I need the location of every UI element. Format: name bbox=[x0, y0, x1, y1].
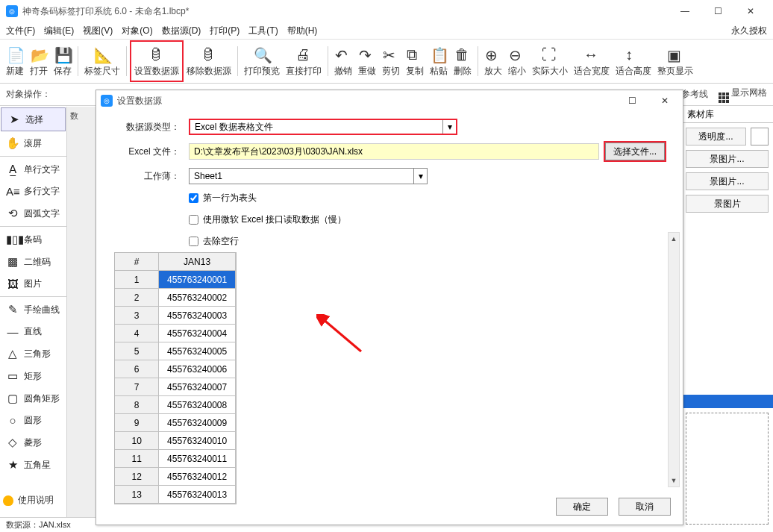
toolbar-移除数据源[interactable]: 🛢移除数据源 bbox=[184, 40, 234, 82]
type-label: 数据源类型： bbox=[114, 121, 189, 134]
dialog-title: 设置数据源 bbox=[117, 95, 162, 107]
title-bar: ◎ 神奇条码标签打印系统 6.0 - 未命名1.lbcp* — ☐ ✕ bbox=[0, 0, 773, 22]
toolbar-缩小[interactable]: ⊖缩小 bbox=[505, 40, 529, 82]
toolbar-撤销[interactable]: ↶撤销 bbox=[331, 40, 355, 82]
tool-五角星[interactable]: ★五角星 bbox=[0, 454, 66, 476]
tool-矩形[interactable]: ▭矩形 bbox=[0, 365, 66, 387]
menu-item[interactable]: 文件(F) bbox=[6, 25, 35, 37]
file-path-display: D:\文章发布平台\2023\03月\0303\JAN.xlsx bbox=[189, 143, 599, 160]
table-row[interactable]: 10455763240010 bbox=[115, 432, 236, 450]
table-row[interactable]: 4455763240004 bbox=[115, 325, 236, 342]
tool-条码[interactable]: ▮▯▮条码 bbox=[0, 228, 66, 251]
blue-divider bbox=[681, 395, 773, 408]
status-bar: 数据源：JAN.xlsx bbox=[0, 517, 97, 532]
tool-图片[interactable]: 🖼图片 bbox=[0, 273, 66, 295]
tool-多行文字[interactable]: A≡多行文字 bbox=[0, 181, 66, 202]
table-row[interactable]: 3455763240003 bbox=[115, 307, 236, 325]
dialog-icon: ◎ bbox=[101, 95, 113, 107]
menu-item[interactable]: 数据源(D) bbox=[162, 25, 201, 37]
toolbar-实际大小[interactable]: ⛶实际大小 bbox=[529, 40, 571, 82]
right-tab[interactable]: 素材库 bbox=[681, 107, 773, 123]
color-swatch[interactable] bbox=[751, 128, 769, 145]
tool-选择[interactable]: ➤选择 bbox=[1, 107, 66, 131]
strip-blank-check[interactable]: 去除空行 bbox=[189, 235, 239, 248]
toolbar-打开[interactable]: 📂打开 bbox=[27, 40, 51, 82]
tool-三角形[interactable]: △三角形 bbox=[0, 342, 66, 365]
tool-手绘曲线[interactable]: ✎手绘曲线 bbox=[0, 298, 66, 321]
close-button[interactable]: ✕ bbox=[734, 0, 767, 22]
bg-image-button-2[interactable]: 景图片... bbox=[686, 172, 769, 190]
table-row[interactable]: 1455763240001 bbox=[115, 271, 236, 289]
menu-item[interactable]: 视图(V) bbox=[83, 25, 113, 37]
tool-单行文字[interactable]: A̲单行文字 bbox=[0, 158, 66, 181]
minimize-button[interactable]: — bbox=[669, 0, 701, 22]
dialog-scrollbar[interactable]: ▲ ▼ bbox=[668, 232, 680, 487]
table-row[interactable]: 2455763240002 bbox=[115, 289, 236, 307]
menu-item[interactable]: 工具(T) bbox=[248, 25, 278, 37]
sheet-label: 工作薄： bbox=[114, 170, 189, 183]
toolbar-直接打印[interactable]: 🖨直接打印 bbox=[283, 40, 325, 82]
tool-直线[interactable]: —直线 bbox=[0, 321, 66, 342]
main-toolbar: 📄新建📂打开💾保存📐标签尺寸🛢设置数据源🛢移除数据源🔍打印预览🖨直接打印↶撤销↷… bbox=[0, 39, 773, 84]
dialog-maximize[interactable]: ☐ bbox=[619, 96, 645, 106]
toolbar-放大[interactable]: ⊕放大 bbox=[481, 40, 505, 82]
grid-toggle[interactable]: 显示网格 bbox=[719, 87, 767, 103]
table-row[interactable]: 12455763240012 bbox=[115, 468, 236, 486]
toolbar-复制[interactable]: ⧉复制 bbox=[403, 40, 427, 82]
toolbar-粘贴[interactable]: 📋粘贴 bbox=[427, 40, 451, 82]
table-row[interactable]: 8455763240008 bbox=[115, 396, 236, 414]
toolbar-重做[interactable]: ↷重做 bbox=[355, 40, 379, 82]
tool-圆形[interactable]: ○圆形 bbox=[0, 410, 66, 431]
menu-item[interactable]: 帮助(H) bbox=[287, 25, 318, 37]
dropdown-arrow-icon: ▾ bbox=[413, 169, 427, 184]
header-row-check[interactable]: 第一行为表头 bbox=[189, 192, 257, 204]
bg-image-button-1[interactable]: 景图片... bbox=[686, 150, 769, 168]
scroll-up-icon[interactable]: ▲ bbox=[669, 233, 679, 245]
maximize-button[interactable]: ☐ bbox=[701, 0, 734, 22]
tool-圆角矩形[interactable]: ▢圆角矩形 bbox=[0, 387, 66, 410]
tool-滚屏[interactable]: ✋滚屏 bbox=[0, 132, 66, 154]
right-panel: 素材库 透明度... 景图片... 景图片... 景图片 bbox=[680, 107, 773, 517]
ms-excel-check[interactable]: 使用微软 Excel 接口读取数据（慢） bbox=[189, 213, 346, 226]
table-row[interactable]: 13455763240013 bbox=[115, 486, 236, 504]
menu-item[interactable]: 编辑(E) bbox=[44, 25, 74, 37]
sheet-combo[interactable]: Sheet1 ▾ bbox=[189, 168, 428, 184]
menu-item[interactable]: 打印(P) bbox=[210, 25, 240, 37]
file-label: Excel 文件： bbox=[114, 145, 189, 158]
toolbar-适合高度[interactable]: ↕适合高度 bbox=[613, 40, 654, 82]
license-label: 永久授权 bbox=[731, 25, 767, 37]
toolbar-新建[interactable]: 📄新建 bbox=[3, 40, 27, 82]
ok-button[interactable]: 确定 bbox=[556, 498, 608, 516]
table-row[interactable]: 6455763240006 bbox=[115, 360, 236, 378]
scroll-down-icon[interactable]: ▼ bbox=[669, 475, 679, 486]
toolbar-删除[interactable]: 🗑删除 bbox=[451, 40, 475, 82]
bulb-icon bbox=[3, 495, 13, 506]
red-arrow-annotation bbox=[316, 314, 369, 359]
opacity-button[interactable]: 透明度... bbox=[686, 128, 746, 145]
dialog-close[interactable]: ✕ bbox=[651, 96, 678, 106]
left-tab-header[interactable]: 数 bbox=[70, 110, 78, 122]
toolbar-设置数据源[interactable]: 🛢设置数据源 bbox=[130, 40, 184, 82]
tool-圆弧文字[interactable]: ⟲圆弧文字 bbox=[0, 202, 66, 225]
table-row[interactable]: 7455763240007 bbox=[115, 378, 236, 396]
toolbar-保存[interactable]: 💾保存 bbox=[51, 40, 75, 82]
menu-bar: 文件(F)编辑(E)视图(V)对象(O)数据源(D)打印(P)工具(T)帮助(H… bbox=[0, 22, 773, 39]
toolbar-打印预览[interactable]: 🔍打印预览 bbox=[241, 40, 283, 82]
preview-table: #JAN131455763240001245576324000234557632… bbox=[114, 252, 237, 504]
browse-button[interactable]: 选择文件... bbox=[605, 143, 665, 160]
bg-image-button-3[interactable]: 景图片 bbox=[686, 195, 769, 213]
table-row[interactable]: 9455763240009 bbox=[115, 414, 236, 432]
table-row[interactable]: 5455763240005 bbox=[115, 342, 236, 360]
tool-菱形[interactable]: ◇菱形 bbox=[0, 431, 66, 454]
toolbar-标签尺寸[interactable]: 📐标签尺寸 bbox=[81, 40, 123, 82]
table-row[interactable]: 11455763240011 bbox=[115, 450, 236, 468]
help-link[interactable]: 使用说明 bbox=[3, 494, 54, 507]
window-title: 神奇条码标签打印系统 6.0 - 未命名1.lbcp* bbox=[22, 5, 189, 18]
toolbar-剪切[interactable]: ✂剪切 bbox=[379, 40, 403, 82]
menu-item[interactable]: 对象(O) bbox=[122, 25, 152, 37]
type-combo[interactable]: Excel 数据表格文件 ▾ bbox=[189, 119, 457, 135]
tool-二维码[interactable]: ▩二维码 bbox=[0, 251, 66, 273]
cancel-button[interactable]: 取消 bbox=[619, 498, 671, 516]
toolbar-整页显示[interactable]: ▣整页显示 bbox=[654, 40, 696, 82]
toolbar-适合宽度[interactable]: ↔适合宽度 bbox=[571, 40, 613, 82]
